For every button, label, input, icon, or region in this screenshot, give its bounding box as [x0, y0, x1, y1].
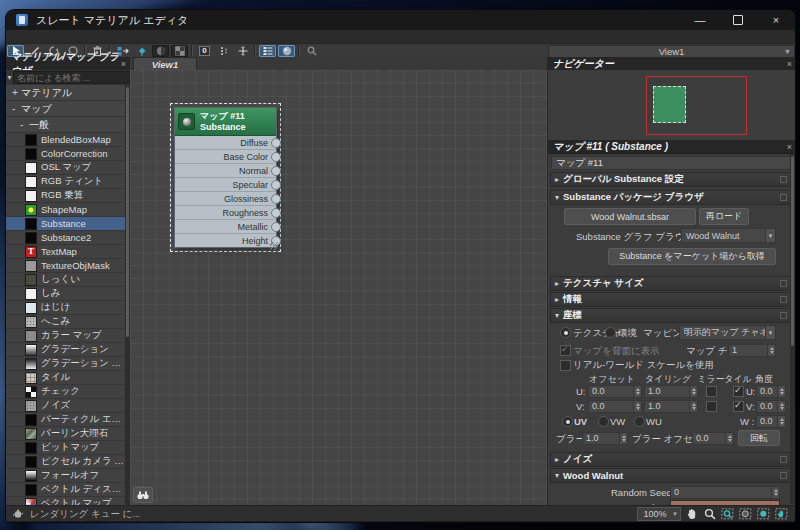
rollout-pin-icon[interactable]: [780, 176, 787, 183]
output-socket[interactable]: [271, 138, 281, 148]
zoom-region-tool-button[interactable]: [720, 508, 735, 521]
map-channel-spinner[interactable]: 1: [728, 344, 776, 357]
maximize-button[interactable]: [719, 10, 757, 30]
output-socket[interactable]: [271, 208, 281, 218]
rollout-texture-size[interactable]: ▸ テクスチャ サイズ: [550, 276, 792, 291]
zoom-level-dropdown[interactable]: 100% ▼: [637, 507, 681, 521]
navigator-close-icon[interactable]: ×: [787, 59, 792, 69]
browser-map-item[interactable]: Substance2: [6, 231, 125, 245]
uv-radio[interactable]: [562, 416, 573, 427]
zoom-extents-button[interactable]: [738, 508, 753, 521]
rotate-button[interactable]: 回転: [738, 430, 780, 446]
rollout-wood-walnut[interactable]: ▾ Wood Walnut: [550, 468, 792, 483]
search-input[interactable]: [13, 71, 138, 84]
browser-map-item[interactable]: フォールオフ: [6, 469, 125, 483]
show-background-button[interactable]: [171, 45, 188, 57]
spinner-arrows-icon[interactable]: [777, 401, 785, 412]
expand-collapse-icon[interactable]: -: [12, 103, 21, 114]
u-tile-checkbox[interactable]: [733, 386, 744, 397]
show-shaded-material-in-viewport-button[interactable]: [152, 45, 169, 57]
rollout-noise[interactable]: ▸ ノイズ: [550, 452, 792, 467]
spinner-arrows-icon[interactable]: [777, 416, 785, 427]
browser-map-item[interactable]: RGB 乗算: [6, 189, 125, 203]
environment-radio[interactable]: [605, 327, 616, 338]
navigator-body[interactable]: [548, 70, 795, 140]
v-tile-checkbox[interactable]: [733, 401, 744, 412]
rollout-pin-icon[interactable]: [780, 312, 787, 319]
browser-map-item[interactable]: パーリン大理石: [6, 427, 125, 441]
browser-close-icon[interactable]: ×: [121, 59, 126, 69]
vw-radio[interactable]: [598, 416, 609, 427]
u-angle-spinner[interactable]: 0.0: [756, 385, 786, 398]
close-button[interactable]: ×: [757, 10, 795, 30]
browser-map-item[interactable]: ColorCorrection: [6, 147, 125, 161]
rollout-pin-icon[interactable]: [780, 280, 787, 287]
node-header[interactable]: マップ #11 Substance: [175, 108, 276, 136]
get-substance-from-marketplace-button[interactable]: Substance をマーケット場から取得: [608, 248, 776, 265]
mapping-dropdown[interactable]: 明示的マップ チャネル ▼: [679, 325, 776, 340]
render-teapot-icon[interactable]: [12, 509, 25, 519]
spinner-arrows-icon[interactable]: [767, 345, 775, 356]
spinner-arrows-icon[interactable]: [689, 401, 697, 412]
tree-group-row[interactable]: + マテリアル: [6, 85, 125, 101]
v-tiling-spinner[interactable]: 1.0: [644, 400, 698, 413]
view-tab[interactable]: View1: [133, 57, 197, 71]
substance-node[interactable]: マップ #11 Substance Diffuse Base Color: [174, 107, 277, 248]
zoom-tool-button-status[interactable]: [702, 508, 717, 521]
rollout-info[interactable]: ▸ 情報: [550, 292, 792, 307]
rollout-coordinates[interactable]: ▾ 座標: [550, 308, 792, 323]
texture-radio[interactable]: [560, 327, 571, 338]
expand-collapse-icon[interactable]: +: [12, 87, 21, 98]
spinner-arrows-icon[interactable]: [633, 401, 641, 412]
random-seed-spinner[interactable]: 0: [670, 486, 780, 499]
graph-dropdown[interactable]: Wood Walnut ▼: [681, 228, 776, 243]
browser-map-item[interactable]: しみ: [6, 287, 125, 301]
align-vertical-button[interactable]: [215, 45, 232, 57]
rollout-pin-icon[interactable]: [780, 472, 787, 479]
browser-map-item[interactable]: しっくい: [6, 273, 125, 287]
blur-spinner[interactable]: 1.0: [582, 432, 628, 445]
browser-map-item[interactable]: ベクトル マップ: [6, 497, 125, 505]
browser-map-item[interactable]: タイル: [6, 371, 125, 385]
parameter-editor-toggle-button[interactable]: [278, 45, 295, 57]
rollout-pin-icon[interactable]: [780, 194, 787, 201]
u-offset-spinner[interactable]: 0.0: [588, 385, 642, 398]
pan-tool-button[interactable]: [684, 508, 699, 521]
browser-map-item[interactable]: RGB ティント: [6, 175, 125, 189]
sbsar-file-button[interactable]: Wood Walnut.sbsar: [564, 208, 696, 225]
expand-collapse-icon[interactable]: -: [20, 119, 29, 130]
tree-group-row[interactable]: - マップ: [6, 101, 125, 117]
output-socket[interactable]: [271, 166, 281, 176]
params-scrollbar-thumb[interactable]: [791, 156, 794, 346]
wu-radio[interactable]: [634, 416, 645, 427]
browser-map-item[interactable]: ベクトル ディスプレイ...: [6, 483, 125, 497]
browser-map-item[interactable]: ビットマップ: [6, 441, 125, 455]
real-world-scale-checkbox[interactable]: [560, 360, 571, 371]
sort-by-number-button[interactable]: 0: [196, 45, 213, 57]
align-selected-button[interactable]: [234, 45, 251, 57]
show-map-on-back-checkbox[interactable]: [560, 345, 571, 356]
titlebar[interactable]: スレート マテリアル エディタ — ×: [6, 10, 795, 30]
spinner-arrows-icon[interactable]: [689, 386, 697, 397]
v-angle-spinner[interactable]: 0.0: [756, 400, 786, 413]
rollout-substance-package-browser[interactable]: ▾ Substance パッケージ ブラウザ: [550, 190, 792, 205]
browser-map-item[interactable]: ノイズ: [6, 399, 125, 413]
node-selection-border[interactable]: マップ #11 Substance Diffuse Base Color: [170, 103, 281, 252]
browser-map-item[interactable]: TextMap: [6, 245, 125, 259]
minimize-button[interactable]: —: [681, 10, 719, 30]
node-name-input[interactable]: [551, 156, 794, 170]
v-offset-spinner[interactable]: 0.0: [588, 400, 642, 413]
tree-group-row[interactable]: - 一般: [6, 117, 125, 133]
find-node-button[interactable]: [133, 487, 153, 503]
browser-map-item[interactable]: Substance: [6, 217, 125, 231]
rollout-pin-icon[interactable]: [780, 296, 787, 303]
browser-map-item[interactable]: パーティクル エージ: [6, 413, 125, 427]
v-mirror-checkbox[interactable]: [706, 401, 717, 412]
material-map-browser-toggle-button[interactable]: [259, 45, 276, 57]
output-socket[interactable]: [271, 222, 281, 232]
browser-scrollbar-thumb[interactable]: [126, 87, 129, 337]
search-options-dropdown[interactable]: ▼: [6, 74, 13, 81]
parameter-editor-close-icon[interactable]: ×: [787, 142, 792, 152]
node-resize-handle[interactable]: [270, 242, 278, 250]
w-angle-spinner[interactable]: 0.0: [756, 415, 786, 428]
